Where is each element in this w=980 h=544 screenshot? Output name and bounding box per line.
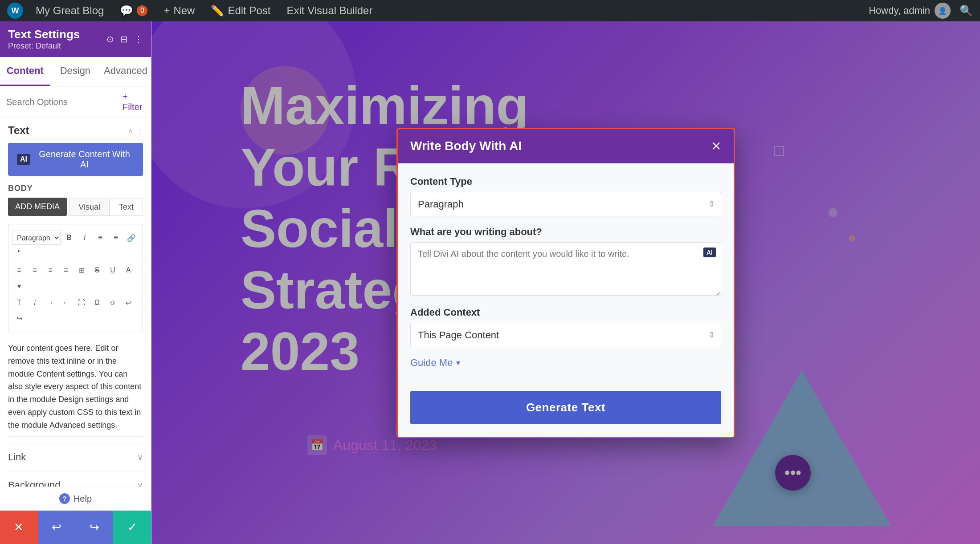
new-bar-item[interactable]: + New bbox=[160, 3, 198, 19]
table-button[interactable]: ⊞ bbox=[74, 263, 89, 277]
text-tab[interactable]: Text bbox=[110, 199, 143, 216]
search-bar: + Filter bbox=[0, 86, 151, 118]
search-icon[interactable]: 🔍 bbox=[960, 4, 973, 17]
more-tools-button[interactable]: ▾ bbox=[12, 279, 26, 293]
guide-me-label: Guide Me bbox=[410, 357, 453, 369]
section-more-icon[interactable]: ⋮ bbox=[137, 127, 143, 134]
strikethrough-button[interactable]: S bbox=[90, 263, 104, 277]
focus-icon[interactable]: ⊙ bbox=[106, 34, 114, 45]
content-type-group: Content Type Paragraph Heading List Quot… bbox=[410, 176, 721, 216]
link-label: Link bbox=[8, 451, 26, 463]
guide-me-button[interactable]: Guide Me ▾ bbox=[410, 357, 460, 369]
sidebar-footer: ✕ ↩ ↪ ✓ bbox=[0, 510, 151, 544]
modal-close-button[interactable]: ✕ bbox=[711, 139, 721, 154]
link-chevron-icon: ∨ bbox=[137, 452, 143, 462]
pencil-icon: ✏️ bbox=[211, 4, 224, 17]
modal-body: Content Type Paragraph Heading List Quot… bbox=[398, 163, 734, 391]
tab-design[interactable]: Design bbox=[50, 57, 101, 86]
ul-button[interactable]: ≡ bbox=[93, 231, 107, 245]
new-label: New bbox=[173, 4, 195, 17]
sidebar-tabs: Content Design Advanced bbox=[0, 57, 151, 86]
ol-button[interactable]: ≡ bbox=[109, 231, 123, 245]
background-label: Background bbox=[8, 479, 60, 487]
speech-bubble-icon: 💬 bbox=[120, 4, 133, 17]
content-type-label: Content Type bbox=[410, 176, 721, 187]
tab-content[interactable]: Content bbox=[0, 57, 50, 86]
link-button[interactable]: 🔗 bbox=[124, 231, 139, 245]
toolbar-row-1: Paragraph B I ≡ ≡ 🔗 " bbox=[12, 231, 139, 260]
modal-title: Write Body With AI bbox=[410, 139, 522, 153]
bold-button[interactable]: B bbox=[62, 231, 76, 245]
add-media-button[interactable]: ADD MEDIA bbox=[8, 198, 67, 216]
howdy-label: Howdy, admin 👤 bbox=[869, 3, 951, 19]
content-type-select-wrapper: Paragraph Heading List Quote bbox=[410, 192, 721, 216]
sidebar-panel: Text Settings Preset: Default ⊙ ⊟ ⋮ Cont… bbox=[0, 21, 151, 544]
chevron-up-icon[interactable]: ∧ bbox=[128, 127, 133, 134]
textarea-ai-badge: AI bbox=[703, 248, 716, 257]
edit-post-bar-item[interactable]: ✏️ Edit Post bbox=[207, 3, 274, 19]
admin-bar: W My Great Blog 💬 0 + New ✏️ Edit Post E… bbox=[0, 0, 980, 21]
writing-textarea[interactable] bbox=[410, 242, 721, 296]
textarea-wrapper: AI bbox=[410, 242, 721, 297]
search-input[interactable] bbox=[6, 97, 119, 107]
align-left-button[interactable]: ≡ bbox=[12, 263, 26, 277]
edit-post-label: Edit Post bbox=[228, 4, 270, 17]
help-icon: ? bbox=[59, 493, 70, 504]
site-title-bar-item[interactable]: My Great Blog bbox=[32, 3, 107, 19]
link-section[interactable]: Link ∨ bbox=[8, 443, 143, 471]
special-chars-button[interactable]: Ω bbox=[90, 296, 104, 310]
align-right-button[interactable]: ≡ bbox=[43, 263, 57, 277]
blockquote-button[interactable]: " bbox=[12, 246, 26, 260]
writing-about-group: What are you writing about? AI bbox=[410, 226, 721, 297]
help-button[interactable]: ? Help bbox=[0, 487, 151, 510]
undo2-button[interactable]: ↩ bbox=[121, 296, 135, 310]
exit-builder-bar-item[interactable]: Exit Visual Builder bbox=[283, 3, 376, 19]
editor-tabs: Visual Text bbox=[69, 199, 143, 216]
align-center-button[interactable]: ≡ bbox=[28, 263, 42, 277]
added-context-select-wrapper: This Page Content No Context Custom Cont… bbox=[410, 323, 721, 347]
background-chevron-icon: ∨ bbox=[137, 480, 143, 487]
indent-button[interactable]: → bbox=[43, 296, 57, 310]
main-content-area: Maximizing Your Reach: Social Media Stra… bbox=[151, 21, 980, 544]
ai-generate-label: Generate Content With AI bbox=[35, 149, 134, 170]
added-context-select[interactable]: This Page Content No Context Custom Cont… bbox=[410, 323, 721, 347]
justify-button[interactable]: ≡ bbox=[59, 263, 73, 277]
editor-content[interactable]: Your content goes here. Edit or remove t… bbox=[8, 337, 143, 437]
underline-button[interactable]: U bbox=[106, 263, 120, 277]
background-section[interactable]: Background ∨ bbox=[8, 471, 143, 487]
ai-modal: Write Body With AI ✕ Content Type Paragr… bbox=[396, 128, 735, 438]
content-type-select[interactable]: Paragraph Heading List Quote bbox=[410, 192, 721, 216]
sidebar-content: Text ∧ ⋮ AI Generate Content With AI Bod… bbox=[0, 118, 151, 487]
redo-button[interactable]: ↪ bbox=[76, 511, 114, 544]
exit-builder-label: Exit Visual Builder bbox=[286, 4, 372, 17]
save-button[interactable]: ✓ bbox=[113, 511, 151, 544]
body-label: Body bbox=[8, 184, 143, 193]
guide-chevron-icon: ▾ bbox=[456, 358, 460, 368]
filter-button[interactable]: + Filter bbox=[122, 92, 145, 112]
format-select[interactable]: Paragraph bbox=[12, 231, 61, 245]
added-context-label: Added Context bbox=[410, 307, 721, 318]
generate-text-button[interactable]: Generate Text bbox=[410, 391, 721, 424]
help-label: Help bbox=[74, 494, 92, 504]
more-icon[interactable]: ⋮ bbox=[134, 34, 143, 45]
redo2-button[interactable]: ↪ bbox=[12, 311, 26, 325]
fullscreen-button[interactable]: ⛶ bbox=[74, 296, 89, 310]
italic-button[interactable]: I bbox=[78, 231, 92, 245]
undo-button[interactable]: ↩ bbox=[38, 511, 76, 544]
color-button[interactable]: A bbox=[121, 263, 135, 277]
italic2-button[interactable]: 𝑖 bbox=[28, 296, 42, 310]
cancel-button[interactable]: ✕ bbox=[0, 511, 38, 544]
comments-bar-item[interactable]: 💬 0 bbox=[116, 3, 151, 19]
emoji-button[interactable]: ☺ bbox=[106, 296, 120, 310]
outdent-button[interactable]: ← bbox=[59, 296, 73, 310]
site-title-label: My Great Blog bbox=[36, 4, 104, 17]
visual-tab[interactable]: Visual bbox=[69, 199, 110, 216]
wp-logo[interactable]: W bbox=[7, 3, 23, 19]
ai-generate-button[interactable]: AI Generate Content With AI bbox=[8, 143, 143, 176]
sidebar-preset[interactable]: Preset: Default bbox=[8, 41, 80, 51]
text-section-header: Text ∧ ⋮ bbox=[8, 124, 143, 137]
tab-advanced[interactable]: Advanced bbox=[100, 57, 151, 86]
paste-text-button[interactable]: T bbox=[12, 296, 26, 310]
columns-icon[interactable]: ⊟ bbox=[120, 34, 128, 45]
added-context-group: Added Context This Page Content No Conte… bbox=[410, 307, 721, 347]
